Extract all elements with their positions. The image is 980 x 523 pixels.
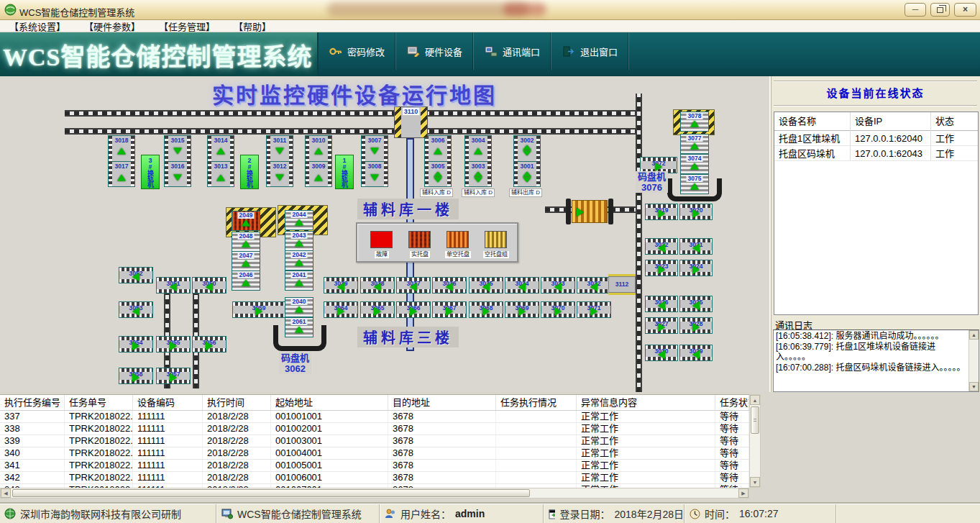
comm-log[interactable]: [16:05:38.412]: 服务器通讯启动成功。。。。。。[16:06:39…: [773, 329, 979, 392]
toolbar-button-通讯端口[interactable]: 通讯端口: [474, 32, 551, 70]
conveyor-segment-3056: 3056: [192, 336, 226, 353]
toolbar-button-退出窗口[interactable]: 退出窗口: [551, 32, 629, 70]
minimize-button[interactable]: ─: [905, 3, 926, 17]
task-cell: 339: [0, 435, 65, 447]
conveyor-segment-3051: 3051: [156, 277, 191, 294]
conveyor-id: 3010: [306, 137, 331, 144]
palletizer-id: 3062: [281, 363, 309, 374]
left-arrow-icon: [482, 283, 490, 291]
conveyor-segment-3035: 3035: [469, 277, 503, 294]
palletizer-label: 码盘机3062: [279, 353, 311, 374]
right-arrow-icon: [577, 208, 584, 217]
toolbar-button-密码修改[interactable]: 密码修改: [319, 32, 396, 70]
legend-swatch-0: [370, 231, 393, 248]
legend-swatch-3: [485, 231, 507, 248]
task-row-342[interactable]: 342TPRK2018022...1111112018/2/2800100600…: [0, 472, 749, 484]
device-row-1[interactable]: 托盘区码垛机127.0.0.1:62043工作: [774, 146, 978, 161]
task-row-338[interactable]: 338TPRK2018022...1111112018/2/2800100200…: [0, 423, 749, 435]
conveyor-id: 3006: [425, 137, 451, 144]
conveyor-segment-3070: 3070: [541, 301, 575, 318]
right-arrow-icon: [658, 323, 665, 332]
conveyor-segment-3065: 3065: [360, 301, 395, 318]
task-table-vscrollbar[interactable]: ▲ ▼: [749, 394, 761, 488]
transfer-car: 3112: [608, 276, 636, 293]
log-line-2: [16:07:00.288]: 托盘区码垛机设备链接进入。。。。。: [776, 363, 967, 373]
vscroll-thumb[interactable]: [751, 406, 759, 434]
task-cell: 340: [0, 447, 65, 459]
menu-item-0[interactable]: 【系统设置】: [0, 21, 75, 33]
task-row-339[interactable]: 339TPRK2018022...1111112018/2/2800100300…: [0, 435, 749, 447]
right-arrow-icon: [482, 307, 490, 316]
scroll-up-icon[interactable]: ▲: [969, 330, 979, 340]
device-cell: 托盘1区堆垛机: [774, 131, 851, 145]
device-status-panel: 设备当前在线状态 设备名称设备IP状态托盘1区堆垛机127.0.0.1:6204…: [769, 76, 980, 392]
status-company: 深圳市海韵物联网科技有限公司研制: [0, 504, 216, 523]
menu-item-1[interactable]: 【硬件参数】: [75, 21, 150, 33]
conveyor-id: 3007: [362, 137, 388, 144]
conveyor-id: 3004: [465, 137, 491, 144]
task-table-header: 执行任务编号任务单号设备编码执行时间起始地址目的地址任务执行情况异常信息内容任务…: [0, 395, 749, 411]
up-arrow-icon: [434, 148, 442, 155]
task-cell: 2018/2/28: [203, 460, 271, 471]
conveyor-column: 30183017: [108, 135, 135, 187]
status-app: WCS智能仓储控制管理系统: [217, 504, 380, 523]
title-bar: WCS智能仓储控制管理系统 ─ ×: [0, 0, 980, 20]
task-col-8: 任务状态: [715, 395, 749, 410]
restore-button[interactable]: [930, 3, 950, 17]
task-table-hscrollbar[interactable]: ◀ ▶: [0, 488, 749, 499]
log-scrollbar[interactable]: ▲▼: [968, 330, 979, 391]
rail-exchanger: 1#换轨机: [335, 155, 354, 189]
car-post: [608, 199, 613, 224]
down-arrow-icon: [370, 148, 379, 155]
toolbar-button-硬件设备[interactable]: 硬件设备: [396, 32, 474, 70]
task-cell: 2018/2/28: [203, 423, 271, 435]
time-label: 时间：: [705, 506, 735, 521]
task-cell: [496, 411, 577, 422]
conveyor-segment-3012: 3012: [267, 162, 293, 188]
segment-id: 2046: [238, 272, 255, 278]
task-row-340[interactable]: 340TPRK2018022...1111112018/2/2800100400…: [0, 447, 749, 460]
up-arrow-icon: [242, 260, 250, 266]
conveyor-segment-3066: 3066: [396, 301, 431, 318]
right-arrow-icon: [518, 307, 526, 316]
device-col-0: 设备名称: [774, 112, 851, 131]
device-row-0[interactable]: 托盘1区堆垛机127.0.0.1:62040工作: [774, 131, 978, 146]
menu-item-2[interactable]: 【任务管理】: [150, 21, 224, 33]
scroll-left-icon[interactable]: ◀: [1, 488, 11, 498]
login-label: 登录日期：: [559, 506, 610, 521]
scroll-down-icon[interactable]: ▼: [969, 382, 979, 391]
task-cell: 正常工作: [577, 435, 715, 447]
rail-track: [65, 128, 636, 135]
task-row-337[interactable]: 337TPRK2018022...1111112018/2/2800100100…: [0, 411, 749, 423]
device-cell: 工作: [931, 146, 978, 160]
conveyor-id: 3003: [465, 163, 491, 170]
down-arrow-icon: [370, 174, 379, 181]
task-cell: 等待: [715, 423, 749, 435]
separator: [774, 105, 977, 106]
updown-arrow-icon: [523, 171, 531, 182]
task-cell: TPRK2018022...: [65, 423, 133, 435]
menu-item-3[interactable]: 【帮助】: [224, 21, 280, 33]
scroll-right-icon[interactable]: ▶: [738, 488, 748, 498]
task-row-341[interactable]: 341TPRK2018022...1111112018/2/2800100500…: [0, 460, 749, 472]
task-cell: 3678: [388, 472, 496, 483]
segment-id: 2040: [291, 299, 308, 305]
up-arrow-icon: [474, 148, 482, 155]
app-name-text: WCS智能仓储控制管理系统: [237, 506, 362, 521]
stack-segment-2044: 2044: [285, 210, 313, 230]
right-arrow-icon: [692, 209, 700, 218]
up-arrow-icon: [242, 219, 250, 226]
separator: [774, 81, 977, 82]
close-button[interactable]: ×: [954, 3, 976, 17]
device-cell: 127.0.0.1:62040: [851, 131, 931, 145]
restore-icon: [937, 7, 943, 13]
task-cell: 正常工作: [577, 423, 715, 435]
conveyor-id: 3017: [109, 163, 134, 170]
conveyor-segment-3067: 3067: [432, 301, 467, 318]
scroll-down-icon[interactable]: ▼: [750, 477, 760, 487]
conveyor-id: 3001: [514, 163, 540, 170]
conveyor-segment-3068: 3068: [469, 301, 503, 318]
scroll-up-icon[interactable]: ▲: [750, 395, 760, 405]
hscroll-thumb[interactable]: [12, 489, 530, 497]
stack-segment-3074: 3074: [680, 154, 709, 174]
